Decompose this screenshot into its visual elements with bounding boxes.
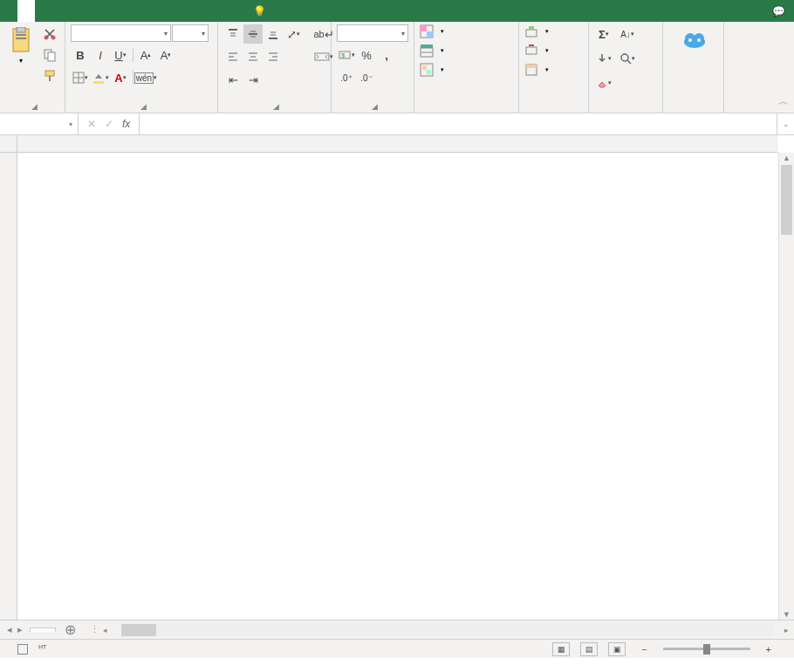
- tab-split-handle[interactable]: ⋮: [90, 624, 99, 635]
- font-launcher[interactable]: ◢: [140, 102, 147, 111]
- tab-help[interactable]: [157, 0, 175, 22]
- clipboard-icon: [9, 26, 33, 54]
- name-box[interactable]: ▾: [0, 113, 79, 134]
- percent-button[interactable]: %: [357, 45, 376, 65]
- cancel-formula-icon[interactable]: ✕: [87, 118, 96, 130]
- tab-view[interactable]: [122, 0, 140, 22]
- fill-color-button[interactable]: ▾: [91, 68, 110, 87]
- paste-button[interactable]: ▾: [5, 24, 37, 67]
- horizontal-scrollbar[interactable]: [121, 624, 774, 636]
- shrink-font-button[interactable]: A▾: [156, 45, 175, 65]
- tab-file[interactable]: [0, 0, 17, 22]
- svg-rect-3: [16, 38, 26, 39]
- font-size-combo[interactable]: ▾: [172, 24, 209, 42]
- tab-load-test[interactable]: [175, 0, 192, 22]
- sheet-tab-1[interactable]: [30, 627, 56, 632]
- formula-bar-expand[interactable]: ⌄: [777, 113, 794, 134]
- phonetic-button[interactable]: wén▾: [136, 68, 155, 87]
- fx-icon[interactable]: fx: [122, 118, 130, 130]
- accessibility-status[interactable]: ᴴᵀ: [38, 643, 46, 655]
- insert-cells-button[interactable]: ▾: [524, 24, 583, 38]
- grow-font-button[interactable]: A▴: [136, 45, 155, 65]
- tab-page-layout[interactable]: [52, 0, 70, 22]
- orientation-button[interactable]: ⤢▾: [284, 24, 303, 44]
- zoom-slider[interactable]: [663, 648, 750, 650]
- tab-home[interactable]: [17, 0, 35, 22]
- format-painter-button[interactable]: [40, 66, 59, 86]
- select-all-corner[interactable]: [0, 135, 17, 153]
- tell-me-button[interactable]: 💡: [244, 0, 278, 22]
- borders-button[interactable]: ▾: [71, 68, 90, 87]
- copy-button[interactable]: [40, 45, 59, 65]
- tab-pdf-tools[interactable]: [192, 0, 209, 22]
- svg-point-56: [697, 38, 701, 42]
- format-cells-button[interactable]: ▾: [524, 63, 583, 77]
- page-break-view-button[interactable]: ▣: [608, 642, 626, 656]
- save-to-baidu-button[interactable]: [678, 24, 709, 56]
- sort-filter-button[interactable]: A↓▾: [614, 24, 640, 44]
- scroll-down-icon[interactable]: ▼: [779, 610, 794, 619]
- indent-decrease-button[interactable]: ⇤: [223, 70, 243, 89]
- sheet-nav[interactable]: ◂▸: [0, 624, 30, 635]
- tab-formulas[interactable]: [70, 0, 87, 22]
- cells-area[interactable]: [17, 153, 778, 620]
- svg-rect-8: [45, 71, 54, 76]
- align-right-button[interactable]: [264, 47, 283, 66]
- font-name-combo[interactable]: ▾: [71, 24, 171, 42]
- delete-cells-button[interactable]: ▾: [524, 44, 583, 58]
- page-layout-view-button[interactable]: ▤: [580, 642, 598, 656]
- increase-decimal-button[interactable]: .0⁺: [337, 68, 356, 87]
- hscroll-right-icon[interactable]: ▸: [784, 626, 789, 634]
- align-left-button[interactable]: [223, 47, 243, 66]
- zoom-out-button[interactable]: −: [636, 644, 652, 655]
- underline-button[interactable]: U▾: [111, 45, 130, 65]
- autosum-button[interactable]: Σ▾: [594, 24, 613, 44]
- hscroll-left-icon[interactable]: ◂: [103, 626, 107, 634]
- bold-button[interactable]: B: [71, 45, 90, 65]
- column-headers: [17, 135, 778, 153]
- alignment-launcher[interactable]: ◢: [273, 102, 279, 111]
- scroll-up-icon[interactable]: ▲: [779, 154, 794, 162]
- tab-data[interactable]: [87, 0, 105, 22]
- group-cells: ▾ ▾ ▾: [519, 22, 589, 113]
- vscroll-thumb[interactable]: [781, 165, 792, 235]
- hscroll-thumb[interactable]: [121, 624, 156, 636]
- conditional-format-button[interactable]: ▾: [420, 24, 513, 38]
- table-format-button[interactable]: ▾: [420, 44, 513, 58]
- accept-formula-icon[interactable]: ✓: [105, 118, 113, 130]
- number-format-combo[interactable]: ▾: [337, 24, 408, 42]
- tab-developer[interactable]: [140, 0, 157, 22]
- add-sheet-button[interactable]: ⊕: [56, 621, 85, 638]
- align-top-button[interactable]: [223, 24, 243, 44]
- cut-button[interactable]: [40, 24, 59, 44]
- tab-baidu-disk[interactable]: [227, 0, 244, 22]
- align-center-button[interactable]: [243, 47, 263, 66]
- comments-icon[interactable]: 💬: [763, 0, 794, 22]
- number-launcher[interactable]: ◢: [372, 102, 378, 111]
- decrease-decimal-button[interactable]: .0⁻: [357, 68, 376, 87]
- clear-button[interactable]: ▾: [594, 73, 613, 93]
- find-select-button[interactable]: ▾: [614, 49, 640, 68]
- font-color-button[interactable]: A▾: [111, 68, 130, 87]
- accounting-format-button[interactable]: $▾: [337, 45, 356, 65]
- clipboard-launcher[interactable]: ◢: [31, 102, 38, 111]
- svg-rect-36: [421, 25, 427, 31]
- italic-button[interactable]: I: [91, 45, 110, 65]
- zoom-in-button[interactable]: +: [761, 644, 777, 655]
- cell-styles-button[interactable]: ▾: [420, 63, 513, 77]
- tab-team[interactable]: [209, 0, 227, 22]
- svg-rect-37: [427, 31, 433, 38]
- group-font: ▾ ▾ B I U▾ A▴ A▾ ▾ ▾ A▾ wén▾: [65, 22, 218, 113]
- collapse-ribbon-icon[interactable]: ︿: [778, 94, 789, 109]
- align-bottom-button[interactable]: [264, 24, 283, 44]
- indent-increase-button[interactable]: ⇥: [243, 70, 263, 89]
- comma-button[interactable]: ,: [377, 45, 396, 65]
- macro-record-icon[interactable]: [17, 644, 28, 655]
- normal-view-button[interactable]: ▦: [552, 642, 570, 656]
- align-middle-button[interactable]: [243, 24, 263, 44]
- formula-input[interactable]: [140, 113, 777, 134]
- fill-button[interactable]: ▾: [594, 49, 613, 68]
- vertical-scrollbar[interactable]: ▲ ▼: [778, 153, 794, 620]
- tab-review[interactable]: [105, 0, 122, 22]
- tab-insert[interactable]: [35, 0, 52, 22]
